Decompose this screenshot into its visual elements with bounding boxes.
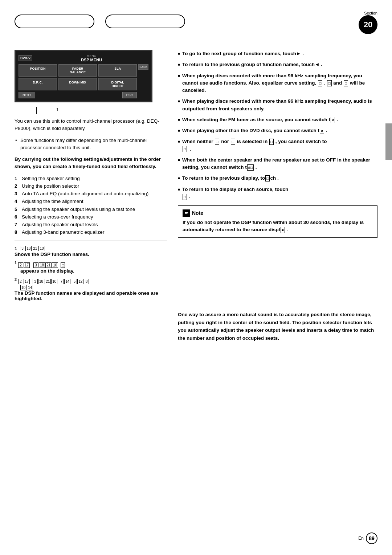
right-bullet-6-text: When playing other than the DVD disc, yo…	[182, 127, 377, 134]
screen-esc-btn[interactable]: ESC	[122, 92, 137, 98]
section-label: Section	[364, 11, 377, 15]
list-item-3: 3Auto TA and EQ (auto-time alignment and…	[15, 190, 167, 197]
right-bullet-2: To return to the previous group of funct…	[178, 61, 377, 68]
note-box-char: ■	[281, 227, 285, 233]
list-item-7: 7Adjusting the speaker output levels	[15, 221, 167, 228]
right-bullet-8-text: When both the center speaker and the rea…	[182, 156, 377, 171]
fn2-char-b3: 21	[45, 279, 51, 284]
right-bullet-1-text: To go to the next group of function name…	[182, 50, 377, 57]
right-bullet-7: When neither □ nor □ is selected in □ , …	[178, 138, 377, 153]
screen-back-btn[interactable]: BACK	[138, 64, 148, 70]
screen-btn-drc: D.R.C.	[19, 78, 57, 90]
bullet-item-1: Some functions may differ depending on t…	[15, 137, 167, 152]
separator-line-1	[15, 241, 167, 241]
fn1-char-3: 21	[32, 246, 38, 251]
fn2-char-d1: 5	[72, 279, 77, 284]
intro-text: You can use this unit to control multi-c…	[15, 118, 167, 132]
fn1a-char-a1: 2	[18, 262, 23, 268]
fn2-char-b1: 3	[33, 279, 38, 284]
right-bullet-1: To go to the next group of function name…	[178, 50, 377, 57]
footnote-item-1: 1 3 18 21 10 Shows the DSP function name…	[15, 245, 167, 257]
list-item-6: 6Selecting a cross-over frequency	[15, 213, 167, 221]
bottom-right-text: One way to assure a more natural sound i…	[178, 311, 377, 342]
fn2-char-b2: 18	[38, 279, 44, 284]
bottom-right: One way to assure a more natural sound i…	[178, 311, 377, 342]
rb8-box: ø□	[247, 164, 254, 171]
fn2-char-e2: 14	[27, 285, 33, 290]
fn2-char-e1: 10	[20, 285, 26, 290]
header-box-left	[15, 15, 94, 28]
fn1a-bold-text: appears on the display.	[20, 268, 74, 274]
fn1a-char-a2: 17	[24, 262, 30, 268]
rb10-box: □	[183, 194, 187, 200]
right-bullet-4-text: When playing discs recorded with more th…	[182, 98, 377, 113]
right-bullet-6: When playing other than the DVD disc, yo…	[178, 127, 377, 134]
right-bullet-5-text: When selecting the FM tuner as the sourc…	[182, 116, 377, 123]
screen-side-btns: BACK	[138, 64, 148, 98]
list-item-5: 5Adjusting the speaker output levels usi…	[15, 206, 167, 213]
list-item-8: 8Adjusting 3-band parametric equalizer	[15, 229, 167, 236]
screen-btn-digital: DIGITALDIRECT	[98, 78, 137, 90]
fn1-char-2: 18	[25, 246, 32, 251]
fn2-chars-c: 7 14	[59, 279, 70, 284]
section-number: 20	[359, 15, 377, 34]
right-bullet-4: When playing discs recorded with more th…	[178, 98, 377, 113]
screen-menu-label: MENU	[34, 54, 148, 58]
note-box: ✏ Note If you do not operate the DSP fun…	[178, 205, 377, 238]
numbered-list: 1Setting the speaker setting 2Using the …	[15, 175, 167, 236]
list-item-1: 1Setting the speaker setting	[15, 175, 167, 182]
bottom-left	[15, 311, 167, 342]
footnote-arrow-row: 1	[36, 107, 167, 114]
gray-accent-bar	[385, 123, 392, 160]
footnote-arrow-num: 1	[56, 107, 59, 112]
fn2-chars-b: 3 18 21 10	[33, 279, 57, 284]
bullet-list: Some functions may differ depending on t…	[15, 137, 167, 152]
page-container: Section 20 DVD-V MENU DSP MENU	[0, 0, 392, 555]
header-box-right	[105, 15, 185, 28]
fn2-bold-text: The DSP function names are displayed and…	[15, 290, 167, 301]
screen-body: POSITION FADERBALANCE SLA D.R.C. DOWN MI…	[19, 64, 148, 98]
rb6-box: ø	[320, 128, 324, 134]
screen-header: DVD-V MENU DSP MENU	[19, 54, 148, 62]
screen-next-btn[interactable]: NEXT	[19, 92, 35, 98]
main-content: DVD-V MENU DSP MENU POSITION FADERBALANC…	[15, 50, 377, 305]
fn1a-char-b3: 21	[45, 262, 52, 268]
right-bullet-10-text: To return to the display of each source,…	[182, 186, 377, 201]
screen-main: POSITION FADERBALANCE SLA D.R.C. DOWN MI…	[19, 64, 137, 98]
right-bullet-8: When both the center speaker and the rea…	[178, 156, 377, 171]
footnote-item-1a: 1 2 17 3 18 21 10 □ appears on the displ…	[15, 261, 167, 273]
right-bullet-3-text: When playing discs recorded with more th…	[182, 72, 377, 94]
right-bullet-3: When playing discs recorded with more th…	[178, 72, 377, 94]
list-item-4: 4Adjusting the time alignment	[15, 198, 167, 205]
right-bullet-9: To return to the previous display, to□ch…	[178, 175, 377, 182]
fn1a-chars-b: 3 18 21 10	[33, 262, 58, 268]
left-column: DVD-V MENU DSP MENU POSITION FADERBALANC…	[15, 50, 167, 305]
rb9-box: □	[265, 175, 270, 181]
fn2-char-a1: 2	[18, 279, 23, 284]
rb3-box2: □	[327, 80, 331, 86]
dsp-screen: DVD-V MENU DSP MENU POSITION FADERBALANC…	[15, 50, 152, 102]
screen-btn-sla: SLA	[98, 64, 137, 77]
fn1a-char-b4: 10	[52, 262, 58, 268]
fn1-chars: 3 18 21 10	[20, 246, 45, 251]
dvd-logo: DVD-V	[19, 55, 32, 61]
right-bullet-9-text: To return to the previous display, to□ch…	[182, 175, 377, 182]
rb3-box3: □	[344, 80, 348, 86]
right-bullet-7-text: When neither □ nor □ is selected in □ , …	[182, 138, 377, 153]
note-title: Note	[192, 210, 203, 216]
screen-btn-downmix: DOWN MIX	[58, 78, 97, 90]
fn2-superscript: 2	[15, 277, 17, 282]
header-row	[15, 15, 377, 28]
fn1a-char-b2: 18	[39, 262, 45, 268]
en-label: En	[358, 536, 364, 541]
fn2-char-d2: 12	[77, 279, 83, 284]
fn1a-char-b1: 3	[33, 262, 38, 268]
fn2-chars-a: 2 17	[18, 279, 30, 284]
fn1a-chars-a: 2 17	[18, 262, 30, 268]
fn2-char-c2: 14	[64, 279, 70, 284]
note-icon: ✏	[183, 209, 190, 217]
page-num-circle: 89	[366, 532, 377, 544]
bold-section: By carrying out the following settings/a…	[15, 156, 167, 171]
bottom-section: One way to assure a more natural sound i…	[15, 311, 377, 342]
right-column: To go to the next group of function name…	[178, 50, 377, 305]
